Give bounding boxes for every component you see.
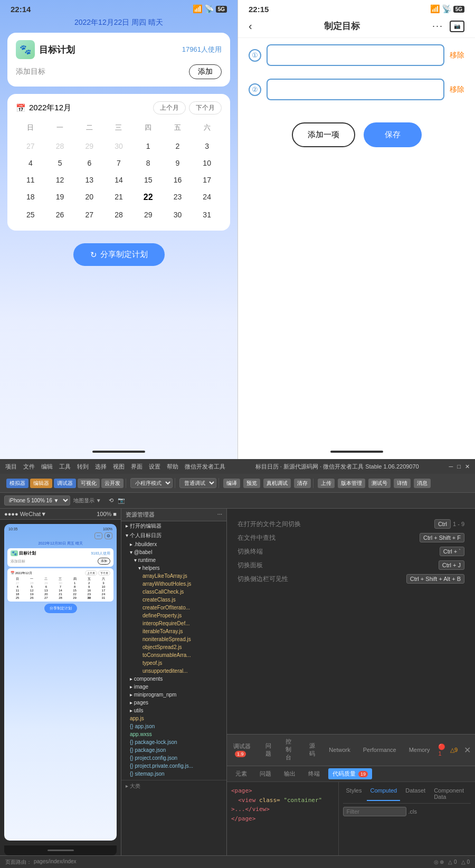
camera-icon[interactable]: 📷 (450, 21, 464, 32)
tab-sources[interactable]: 源码 (303, 739, 323, 762)
inspector-close[interactable]: ✕ (460, 745, 475, 755)
styles-filter-input[interactable] (343, 807, 406, 816)
sub-tab-code-quality[interactable]: 代码质量 19 (328, 768, 372, 779)
cal-day[interactable]: 28 (45, 138, 75, 155)
file-typeof[interactable]: typeof.js (121, 659, 226, 667)
file-arrayWithoutHoles[interactable]: arrayWithoutHoles.js (121, 580, 226, 588)
cal-day[interactable]: 21 (104, 188, 134, 206)
file-createForOfIterator[interactable]: createForOfIterato... (121, 604, 226, 612)
cal-day[interactable]: 13 (74, 171, 104, 188)
file-app-json[interactable]: {} app.json (121, 722, 226, 730)
file-defineProperty[interactable]: defineProperty.js (121, 612, 226, 619)
detail-btn[interactable]: 详情 (394, 479, 411, 488)
file-project-private[interactable]: {} project.private.config.js... (121, 762, 226, 770)
file-objectSpread2[interactable]: objectSpread2.js (121, 643, 226, 651)
file-item-open-editors[interactable]: ▸ 打开的编辑器 (121, 521, 226, 531)
styles-tab-styles[interactable]: Styles (343, 786, 365, 801)
menu-wechat-dev[interactable]: 微信开发者工具 (185, 463, 225, 471)
preview-btn[interactable]: 预览 (243, 479, 260, 488)
file-project-config[interactable]: {} project.config.json (121, 754, 226, 762)
file-app-wxss[interactable]: app.wxss (121, 730, 226, 738)
cal-day[interactable]: 8 (134, 155, 163, 171)
menu-settings[interactable]: 设置 (149, 463, 160, 471)
compile-btn[interactable]: 编译 (223, 479, 240, 488)
menu-project[interactable]: 项目 (5, 463, 17, 471)
cal-day[interactable]: 26 (45, 206, 75, 223)
cal-day[interactable]: 19 (45, 188, 75, 206)
cal-day[interactable]: 30 (163, 206, 193, 223)
styles-tab-computed[interactable]: Computed (367, 786, 400, 801)
save-button[interactable]: 保存 (364, 122, 422, 147)
cal-day[interactable]: 27 (74, 206, 104, 223)
sub-tab-problems2[interactable]: 问题 (255, 768, 276, 779)
file-item-components[interactable]: ▸ components (121, 675, 226, 683)
clear-cache-btn[interactable]: 清存 (294, 479, 311, 488)
simulator-btn[interactable]: 模拟器 (6, 479, 28, 488)
file-sitemap[interactable]: {} sitemap.json (121, 770, 226, 778)
goal-input-1[interactable] (267, 44, 444, 66)
file-item-helpers[interactable]: ▾ helpers (121, 564, 226, 572)
cal-day[interactable]: 31 (192, 206, 222, 223)
cal-day[interactable]: 17 (192, 171, 222, 188)
file-arrayLikeToArray[interactable]: arrayLikeToArray.js (121, 572, 226, 580)
cal-day[interactable]: 3 (192, 138, 222, 155)
cal-day[interactable]: 11 (16, 171, 45, 188)
file-item-image[interactable]: ▸ image (121, 683, 226, 691)
remove-button-1[interactable]: 移除 (450, 51, 464, 60)
cal-day[interactable]: 20 (74, 188, 104, 206)
file-package-json[interactable]: {} package.json (121, 746, 226, 754)
prev-month-btn[interactable]: 上个月 (153, 101, 186, 115)
cal-day[interactable]: 24 (192, 188, 222, 206)
sub-tab-terminal[interactable]: 终端 (304, 768, 324, 779)
menu-select[interactable]: 选择 (95, 463, 107, 471)
remove-button-2[interactable]: 移除 (450, 85, 464, 94)
cal-day[interactable]: 1 (134, 138, 163, 155)
cal-day[interactable]: 16 (163, 171, 193, 188)
tab-performance[interactable]: Performance (357, 743, 403, 757)
file-interopRequireDef[interactable]: interopRequireDef... (121, 619, 226, 627)
close-button[interactable]: ✕ (465, 463, 470, 470)
tab-debugger[interactable]: 调试器 1.9 (227, 739, 259, 761)
next-month-btn[interactable]: 下个月 (189, 101, 222, 115)
menu-file[interactable]: 文件 (23, 463, 35, 471)
goal-input-2[interactable] (267, 79, 444, 100)
styles-tab-component-data[interactable]: Component Data (431, 786, 471, 801)
maximize-button[interactable]: □ (457, 463, 461, 470)
share-button[interactable]: ↻ 分享制定计划 (73, 243, 165, 266)
cal-day[interactable]: 29 (134, 206, 163, 223)
realdev-btn[interactable]: 真机调试 (263, 479, 291, 488)
add-button[interactable]: 添加 (189, 64, 222, 79)
tab-memory[interactable]: Memory (403, 743, 436, 757)
app-mode-select[interactable]: 小程序模式 (130, 478, 173, 488)
editor-btn[interactable]: 编辑器 (30, 479, 52, 488)
mini-share-btn[interactable]: 分享制定计划 (44, 604, 77, 613)
file-item-hbuilderx[interactable]: ▸ .hbuilderx (121, 540, 226, 548)
menu-goto[interactable]: 转到 (77, 463, 89, 471)
mini-next-btn[interactable]: 下个月 (98, 570, 110, 576)
cal-day[interactable]: 25 (16, 206, 45, 223)
file-unsupportedIterable[interactable]: unsupportediteral... (121, 667, 226, 675)
tab-network[interactable]: Network (322, 743, 356, 757)
screenshot-icon[interactable]: 📷 (118, 497, 125, 504)
file-package-lock[interactable]: {} package-lock.json (121, 738, 226, 746)
upload-btn[interactable]: 上传 (318, 479, 335, 488)
file-item-babel[interactable]: ▾ @babel (121, 548, 226, 556)
test-btn[interactable]: 测试号 (368, 479, 391, 488)
cal-day[interactable]: 5 (45, 155, 75, 171)
menu-view[interactable]: 视图 (113, 463, 125, 471)
file-iterableToArray[interactable]: iterableToArray.js (121, 627, 226, 635)
cal-day[interactable]: 29 (74, 138, 104, 155)
file-item-miniprogram-npm[interactable]: ▸ miniprogram_npm (121, 691, 226, 699)
sub-tab-elements[interactable]: 元素 (231, 768, 251, 779)
query-mode-select[interactable]: 普通调试 (179, 478, 216, 488)
menu-interface[interactable]: 界面 (131, 463, 142, 471)
mini-add-btn[interactable]: 添加 (98, 558, 110, 565)
back-button[interactable]: ‹ (249, 20, 252, 32)
menu-help[interactable]: 帮助 (167, 463, 178, 471)
version-btn[interactable]: 版本管理 (338, 479, 365, 488)
cal-day[interactable]: 9 (163, 155, 193, 171)
debugger-btn[interactable]: 调试器 (54, 479, 76, 488)
cal-day[interactable]: 6 (74, 155, 104, 171)
cal-day[interactable]: 10 (192, 155, 222, 171)
cal-day-today[interactable]: 22 (134, 188, 163, 206)
